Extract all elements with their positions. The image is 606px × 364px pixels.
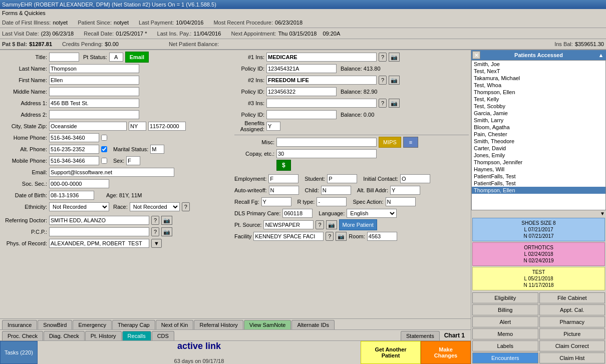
ins3-photo-button[interactable]: 📷: [389, 99, 400, 108]
tab-view-samnote[interactable]: View SamNote: [244, 320, 291, 329]
dob-input[interactable]: [49, 191, 94, 200]
more-patient-button[interactable]: More Patient: [339, 219, 377, 230]
first-name-input[interactable]: [49, 76, 139, 85]
ins1-photo-button[interactable]: 📷: [389, 53, 400, 62]
dollar-button[interactable]: $: [276, 160, 291, 171]
tab-cds[interactable]: CDS: [152, 331, 174, 340]
pt-status-input[interactable]: [109, 53, 123, 62]
tab-therapy-cap[interactable]: Therapy Cap: [112, 320, 155, 329]
employment-input[interactable]: [268, 174, 298, 183]
tab-snowbird[interactable]: SnowBird: [38, 320, 72, 329]
last-name-input[interactable]: [49, 64, 139, 73]
race-help-button[interactable]: ?: [182, 202, 190, 211]
policy-id3-input[interactable]: [266, 110, 337, 119]
marital-status-input[interactable]: [150, 145, 164, 154]
patient-item[interactable]: Test, Scobby: [472, 103, 605, 110]
mobile-phone-input[interactable]: [49, 156, 99, 165]
facility-photo-button[interactable]: 📷: [336, 232, 347, 241]
pcp-input[interactable]: [49, 227, 149, 236]
dls-primary-care-input[interactable]: [282, 209, 313, 218]
misc-icon-button[interactable]: ≡: [403, 137, 418, 148]
file-cabinet-button[interactable]: File Cabinet: [539, 292, 605, 303]
policy-id1-input[interactable]: [266, 64, 337, 73]
tab-statements[interactable]: Statements: [401, 331, 440, 340]
initial-contact-input[interactable]: [400, 174, 430, 183]
ins3-help-button[interactable]: ?: [379, 99, 387, 108]
zip-input[interactable]: [148, 122, 186, 131]
patient-item[interactable]: Carter, David: [472, 145, 605, 152]
scroll-up-icon[interactable]: ▲: [597, 52, 605, 58]
facility-help-button[interactable]: ?: [326, 232, 334, 241]
phys-dropdown-button[interactable]: ▼: [151, 239, 162, 248]
patient-item[interactable]: Bloom, Agatha: [472, 124, 605, 131]
patient-item[interactable]: PatientFalls, Test: [472, 173, 605, 180]
tab-recalls[interactable]: Recalls: [122, 331, 151, 340]
sticky-note-shoes[interactable]: SHOES SIZE 8L 07/21/2017N 07/21/2017: [472, 218, 605, 241]
patient-item[interactable]: Smith, Joe: [472, 61, 605, 68]
patient-item-selected[interactable]: Thompson, Ellen: [472, 187, 605, 194]
claim-hist-button[interactable]: Claim Hist: [539, 352, 605, 363]
scroll-down-icon[interactable]: ▼: [471, 210, 606, 217]
spec-action-input[interactable]: [386, 197, 416, 206]
referring-doctor-photo-button[interactable]: 📷: [161, 216, 172, 225]
pt-source-input[interactable]: [263, 220, 314, 229]
tab-pt-history[interactable]: Pt. History: [85, 331, 122, 340]
alt-phone-checkbox[interactable]: [101, 146, 107, 152]
tab-insurance[interactable]: Insurance: [2, 320, 37, 329]
pt-source-photo-button[interactable]: 📷: [326, 220, 337, 229]
pcp-photo-button[interactable]: 📷: [161, 227, 172, 236]
room-input[interactable]: [367, 232, 397, 241]
middle-name-input[interactable]: [49, 87, 139, 96]
picture-button[interactable]: Picture: [539, 328, 605, 339]
patient-item[interactable]: Garcia, Jamie: [472, 110, 605, 117]
ins2-help-button[interactable]: ?: [379, 76, 387, 85]
tab-referral-history[interactable]: Referral History: [194, 320, 243, 329]
sticky-note-orthotics[interactable]: ORTHOTICSL 02/24/2018N 02/24/2019: [472, 242, 605, 266]
auto-writeoff-input[interactable]: [269, 186, 299, 195]
referring-doctor-help-button[interactable]: ?: [151, 216, 159, 225]
billing-button[interactable]: Billing: [472, 304, 538, 315]
misc-input[interactable]: [276, 138, 377, 147]
patients-list[interactable]: Smith, Joe Test, NexT Takamura, Michael …: [471, 60, 606, 210]
phys-of-record-input[interactable]: [49, 239, 149, 248]
patient-item[interactable]: Pain, Chester: [472, 131, 605, 138]
copay-input[interactable]: [276, 149, 377, 158]
city-input[interactable]: [49, 122, 127, 131]
tab-proc-check[interactable]: Proc. Check: [2, 331, 43, 340]
ins1-input[interactable]: [266, 53, 377, 62]
alt-bill-addr-input[interactable]: [390, 186, 420, 195]
email-input[interactable]: [49, 168, 174, 177]
pcp-help-button[interactable]: ?: [151, 227, 159, 236]
patient-item[interactable]: Test, Whoa: [472, 82, 605, 89]
alt-phone-input[interactable]: [49, 145, 99, 154]
ins2-photo-button[interactable]: 📷: [389, 76, 400, 85]
tab-emergency[interactable]: Emergency: [73, 320, 112, 329]
recall-fg-input[interactable]: [261, 197, 291, 206]
patient-item[interactable]: Jones, Emily: [472, 152, 605, 159]
sex-input[interactable]: [126, 156, 140, 165]
patient-item[interactable]: Smith, Theodore: [472, 138, 605, 145]
child-input[interactable]: [321, 186, 351, 195]
get-another-patient-button[interactable]: Get Another Patient: [361, 341, 421, 364]
ins1-help-button[interactable]: ?: [379, 53, 387, 62]
tasks-button[interactable]: Tasks (220): [0, 341, 38, 364]
title-input[interactable]: [49, 53, 79, 62]
benefits-assigned-input[interactable]: [266, 122, 280, 131]
pt-source-help-button[interactable]: ?: [316, 220, 324, 229]
make-changes-button[interactable]: Make Changes: [421, 341, 471, 364]
home-phone-input[interactable]: [49, 133, 99, 142]
address1-input[interactable]: [49, 99, 139, 108]
tab-next-of-kin[interactable]: Next of Kin: [156, 320, 194, 329]
patient-item[interactable]: Thompson, Ellen: [472, 89, 605, 96]
menu-item-forms[interactable]: Forms & Quickies: [2, 10, 46, 16]
patient-item[interactable]: Haynes, Will: [472, 166, 605, 173]
patient-item[interactable]: Takamura, Michael: [472, 75, 605, 82]
facility-input[interactable]: [253, 232, 324, 241]
state-input[interactable]: [129, 122, 146, 131]
labels-button[interactable]: Labels: [472, 340, 538, 351]
pharmacy-button[interactable]: Pharmacy: [539, 316, 605, 327]
alert-button[interactable]: Alert: [472, 316, 538, 327]
home-phone-checkbox[interactable]: [101, 135, 107, 141]
student-input[interactable]: [327, 174, 357, 183]
appt-cal-button[interactable]: Appt. Cal.: [539, 304, 605, 315]
